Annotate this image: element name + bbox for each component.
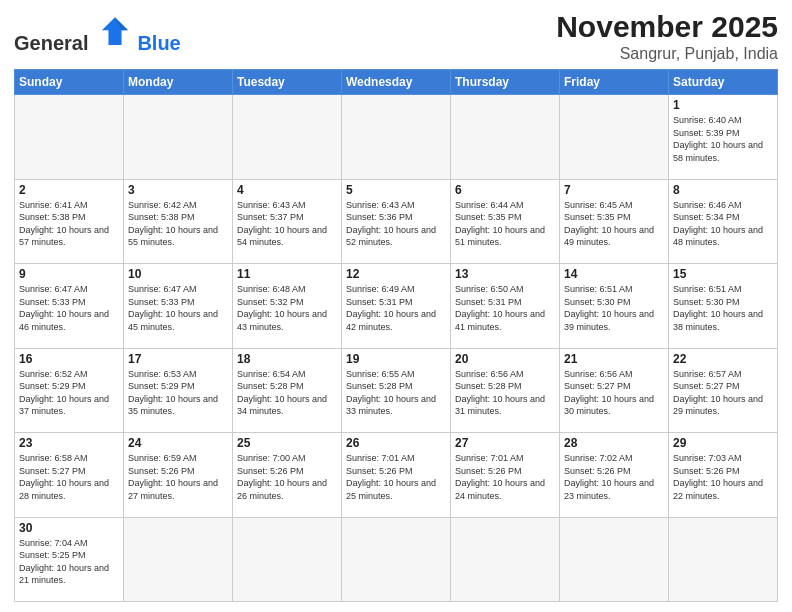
day-26: 26 Sunrise: 7:01 AM Sunset: 5:26 PM Dayl…	[342, 433, 451, 518]
header: General Blue November 2025 Sangrur, Punj…	[14, 10, 778, 63]
day-9: 9 Sunrise: 6:47 AM Sunset: 5:33 PM Dayli…	[15, 264, 124, 349]
empty-cell	[342, 95, 451, 180]
col-tuesday: Tuesday	[233, 70, 342, 95]
day-2: 2 Sunrise: 6:41 AM Sunset: 5:38 PM Dayli…	[15, 179, 124, 264]
calendar-table: Sunday Monday Tuesday Wednesday Thursday…	[14, 69, 778, 602]
day-5: 5 Sunrise: 6:43 AM Sunset: 5:36 PM Dayli…	[342, 179, 451, 264]
day-30: 30 Sunrise: 7:04 AM Sunset: 5:25 PM Dayl…	[15, 517, 124, 602]
day-3: 3 Sunrise: 6:42 AM Sunset: 5:38 PM Dayli…	[124, 179, 233, 264]
logo-text: General Blue	[14, 14, 181, 55]
day-22: 22 Sunrise: 6:57 AM Sunset: 5:27 PM Dayl…	[669, 348, 778, 433]
col-wednesday: Wednesday	[342, 70, 451, 95]
week-row-3: 9 Sunrise: 6:47 AM Sunset: 5:33 PM Dayli…	[15, 264, 778, 349]
title-block: November 2025 Sangrur, Punjab, India	[556, 10, 778, 63]
empty-cell	[451, 517, 560, 602]
svg-marker-0	[102, 17, 128, 45]
empty-cell	[342, 517, 451, 602]
day-24: 24 Sunrise: 6:59 AM Sunset: 5:26 PM Dayl…	[124, 433, 233, 518]
day-20: 20 Sunrise: 6:56 AM Sunset: 5:28 PM Dayl…	[451, 348, 560, 433]
day-23: 23 Sunrise: 6:58 AM Sunset: 5:27 PM Dayl…	[15, 433, 124, 518]
location: Sangrur, Punjab, India	[556, 45, 778, 63]
month-title: November 2025	[556, 10, 778, 43]
day-1: 1 Sunrise: 6:40 AM Sunset: 5:39 PM Dayli…	[669, 95, 778, 180]
day-16: 16 Sunrise: 6:52 AM Sunset: 5:29 PM Dayl…	[15, 348, 124, 433]
day-4: 4 Sunrise: 6:43 AM Sunset: 5:37 PM Dayli…	[233, 179, 342, 264]
day-18: 18 Sunrise: 6:54 AM Sunset: 5:28 PM Dayl…	[233, 348, 342, 433]
empty-cell	[124, 95, 233, 180]
day-27: 27 Sunrise: 7:01 AM Sunset: 5:26 PM Dayl…	[451, 433, 560, 518]
col-saturday: Saturday	[669, 70, 778, 95]
empty-cell	[560, 517, 669, 602]
col-sunday: Sunday	[15, 70, 124, 95]
day-12: 12 Sunrise: 6:49 AM Sunset: 5:31 PM Dayl…	[342, 264, 451, 349]
empty-cell	[233, 95, 342, 180]
logo-icon	[97, 14, 133, 50]
day-13: 13 Sunrise: 6:50 AM Sunset: 5:31 PM Dayl…	[451, 264, 560, 349]
week-row-2: 2 Sunrise: 6:41 AM Sunset: 5:38 PM Dayli…	[15, 179, 778, 264]
day-25: 25 Sunrise: 7:00 AM Sunset: 5:26 PM Dayl…	[233, 433, 342, 518]
week-row-5: 23 Sunrise: 6:58 AM Sunset: 5:27 PM Dayl…	[15, 433, 778, 518]
day-15: 15 Sunrise: 6:51 AM Sunset: 5:30 PM Dayl…	[669, 264, 778, 349]
day-21: 21 Sunrise: 6:56 AM Sunset: 5:27 PM Dayl…	[560, 348, 669, 433]
empty-cell	[233, 517, 342, 602]
week-row-4: 16 Sunrise: 6:52 AM Sunset: 5:29 PM Dayl…	[15, 348, 778, 433]
empty-cell	[15, 95, 124, 180]
empty-cell	[560, 95, 669, 180]
col-thursday: Thursday	[451, 70, 560, 95]
day-11: 11 Sunrise: 6:48 AM Sunset: 5:32 PM Dayl…	[233, 264, 342, 349]
day-7: 7 Sunrise: 6:45 AM Sunset: 5:35 PM Dayli…	[560, 179, 669, 264]
day-8: 8 Sunrise: 6:46 AM Sunset: 5:34 PM Dayli…	[669, 179, 778, 264]
day-29: 29 Sunrise: 7:03 AM Sunset: 5:26 PM Dayl…	[669, 433, 778, 518]
day-14: 14 Sunrise: 6:51 AM Sunset: 5:30 PM Dayl…	[560, 264, 669, 349]
day-6: 6 Sunrise: 6:44 AM Sunset: 5:35 PM Dayli…	[451, 179, 560, 264]
week-row-6: 30 Sunrise: 7:04 AM Sunset: 5:25 PM Dayl…	[15, 517, 778, 602]
empty-cell	[451, 95, 560, 180]
day-19: 19 Sunrise: 6:55 AM Sunset: 5:28 PM Dayl…	[342, 348, 451, 433]
day-28: 28 Sunrise: 7:02 AM Sunset: 5:26 PM Dayl…	[560, 433, 669, 518]
day-10: 10 Sunrise: 6:47 AM Sunset: 5:33 PM Dayl…	[124, 264, 233, 349]
empty-cell	[669, 517, 778, 602]
page: General Blue November 2025 Sangrur, Punj…	[0, 0, 792, 612]
col-monday: Monday	[124, 70, 233, 95]
day-17: 17 Sunrise: 6:53 AM Sunset: 5:29 PM Dayl…	[124, 348, 233, 433]
week-row-1: 1 Sunrise: 6:40 AM Sunset: 5:39 PM Dayli…	[15, 95, 778, 180]
logo: General Blue	[14, 14, 181, 55]
col-friday: Friday	[560, 70, 669, 95]
empty-cell	[124, 517, 233, 602]
